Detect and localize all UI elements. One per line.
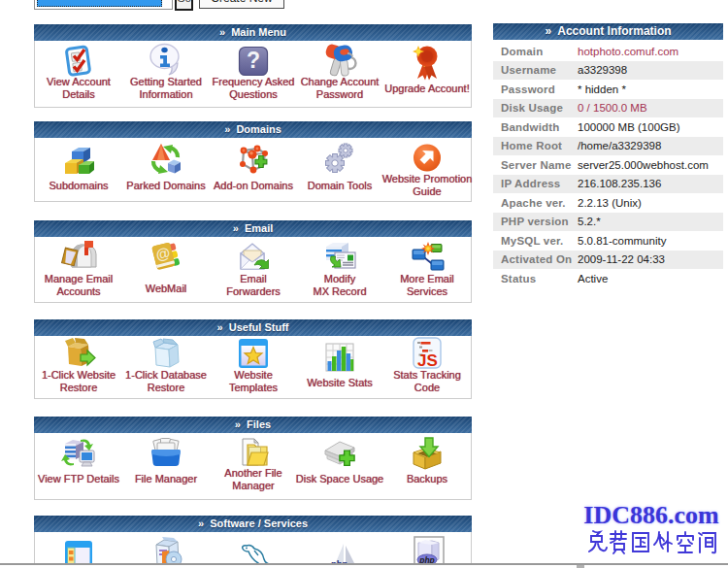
svg-text:JS: JS	[417, 351, 438, 370]
svg-text:?: ?	[247, 48, 260, 73]
